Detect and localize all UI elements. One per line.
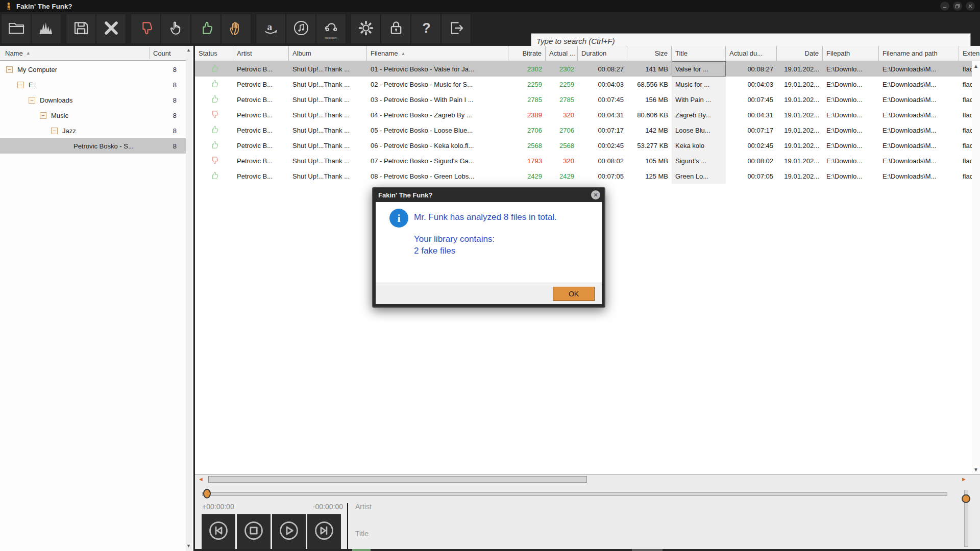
cell-filepath: E:\Downlo... xyxy=(823,92,879,107)
scrollbar-thumb[interactable] xyxy=(208,476,587,483)
table-row[interactable]: Petrovic B...Shut Up!...Thank ...02 - Pe… xyxy=(195,77,980,92)
table-row[interactable]: Petrovic B...Shut Up!...Thank ...06 - Pe… xyxy=(195,138,980,153)
toolbar-group: ? xyxy=(351,14,471,44)
cell-actual_duration: 00:07:45 xyxy=(726,92,777,107)
tree-item-petrovic-bosko-s[interactable]: Petrovic Bosko - S...8 xyxy=(0,138,187,154)
collapse-icon[interactable]: − xyxy=(17,82,24,88)
column-header-actual_duration[interactable]: Actual du... xyxy=(726,46,777,61)
collapse-icon[interactable]: − xyxy=(29,97,35,104)
column-header-filepath[interactable]: Filepath xyxy=(823,46,879,61)
window-title: Fakin' The Funk? xyxy=(16,3,72,10)
scroll-up-icon[interactable]: ▲ xyxy=(186,47,191,53)
cell-filename_and_path: E:\Downloads\M... xyxy=(879,168,959,184)
table-row[interactable]: Petrovic B...Shut Up!...Thank ...07 - Pe… xyxy=(195,153,980,168)
save-button[interactable] xyxy=(66,14,95,43)
table-row[interactable]: Petrovic B...Shut Up!...Thank ...05 - Pe… xyxy=(195,122,980,138)
seek-slider[interactable] xyxy=(202,492,947,496)
cell-filename: 03 - Petrovic Bosko - With Pain I ... xyxy=(367,92,508,107)
cell-filename: 04 - Petrovic Bosko - Zagreb By ... xyxy=(367,107,508,122)
thumbs-up-button[interactable] xyxy=(191,14,220,43)
beatport-button[interactable]: beatport xyxy=(316,14,346,43)
thumbs-up-icon xyxy=(198,19,215,39)
table-horizontal-scrollbar[interactable]: ◄ ► xyxy=(195,474,980,484)
cell-actual_duration: 00:02:45 xyxy=(726,138,777,153)
volume-slider-handle[interactable] xyxy=(962,494,970,503)
column-header-bitrate[interactable]: Bitrate xyxy=(508,46,546,61)
exit-button[interactable] xyxy=(442,14,471,43)
remaining-time: -00:00:00 xyxy=(287,503,343,511)
close-icon[interactable] xyxy=(966,2,975,11)
column-header-size[interactable]: Size xyxy=(627,46,672,61)
cell-actual_bitrate: 320 xyxy=(546,107,578,122)
spectrum-button[interactable] xyxy=(32,14,61,43)
tree-item-e[interactable]: −E:8 xyxy=(0,77,187,92)
table-row[interactable]: Petrovic B...Shut Up!...Thank ...01 - Pe… xyxy=(195,61,980,77)
column-header-duration[interactable]: Duration xyxy=(578,46,627,61)
skip-forward-button[interactable] xyxy=(307,514,341,549)
column-header-extension[interactable]: Extension xyxy=(959,46,980,61)
tree-item-jazz[interactable]: −Jazz8 xyxy=(0,123,187,138)
help-button[interactable]: ? xyxy=(411,14,440,43)
column-header-label: Extension xyxy=(963,49,980,57)
open-folder-button[interactable] xyxy=(2,14,31,43)
table-vertical-scrollbar[interactable]: ▲ ▼ xyxy=(972,61,980,474)
analysis-result-dialog: Fakin' The Funk? ✕ i Mr. Funk has analyz… xyxy=(372,187,605,308)
pointing-finger-icon xyxy=(167,19,185,39)
column-header-filename[interactable]: Filename▲ xyxy=(367,46,508,61)
table-row[interactable]: Petrovic B...Shut Up!...Thank ...08 - Pe… xyxy=(195,168,980,184)
tree-header-name[interactable]: Name xyxy=(5,49,23,57)
tree-item-count: 8 xyxy=(173,112,177,119)
cell-date: 19.01.202... xyxy=(777,168,823,184)
column-header-album[interactable]: Album xyxy=(289,46,367,61)
cell-artist: Petrovic B... xyxy=(233,153,289,168)
cell-status xyxy=(195,77,233,92)
table-row[interactable]: Petrovic B...Shut Up!...Thank ...03 - Pe… xyxy=(195,92,980,107)
play-button[interactable] xyxy=(272,514,306,549)
minimize-icon[interactable] xyxy=(940,2,949,11)
itunes-button[interactable] xyxy=(286,14,315,43)
column-header-title[interactable]: Title xyxy=(672,46,726,61)
dialog-close-icon[interactable]: ✕ xyxy=(591,190,600,199)
scroll-down-icon[interactable]: ▼ xyxy=(973,467,978,472)
cell-album: Shut Up!...Thank ... xyxy=(289,92,367,107)
taskbar-edge-segment xyxy=(632,549,663,551)
scroll-left-icon[interactable]: ◄ xyxy=(198,476,204,482)
column-header-label: Actual ... xyxy=(549,49,575,57)
player-buttons xyxy=(202,514,341,549)
seek-slider-handle[interactable] xyxy=(203,489,211,498)
scroll-up-icon[interactable]: ▲ xyxy=(973,63,978,69)
collapse-icon[interactable]: − xyxy=(40,112,46,119)
titlebar: Fakin' The Funk? xyxy=(0,0,980,12)
column-header-status[interactable]: Status xyxy=(195,46,233,61)
stop-button[interactable] xyxy=(237,514,271,549)
remove-button[interactable] xyxy=(96,14,126,43)
column-header-filename_and_path[interactable]: Filename and path xyxy=(879,46,959,61)
stop-hand-button[interactable] xyxy=(222,14,251,43)
scroll-down-icon[interactable]: ▼ xyxy=(186,543,191,548)
skip-back-button[interactable] xyxy=(202,514,235,549)
table-row[interactable]: Petrovic B...Shut Up!...Thank ...04 - Pe… xyxy=(195,107,980,122)
ok-button[interactable]: OK xyxy=(553,287,595,301)
scroll-right-icon[interactable]: ► xyxy=(961,476,967,482)
amazon-button[interactable]: a xyxy=(256,14,285,43)
settings-gear-button[interactable] xyxy=(351,14,380,43)
tree-header-count[interactable]: Count xyxy=(153,49,171,57)
thumbs-down-button[interactable] xyxy=(131,14,160,43)
tree-item-my-computer[interactable]: −My Computer8 xyxy=(0,62,187,77)
tree-item-music[interactable]: −Music8 xyxy=(0,108,187,123)
restore-icon[interactable] xyxy=(953,2,962,11)
tree-item-count: 8 xyxy=(173,81,177,89)
tree-scrollbar[interactable]: ▲ ▼ xyxy=(186,46,192,551)
tree-header[interactable]: Name ▲ Count xyxy=(0,46,187,61)
tree-item-downloads[interactable]: −Downloads8 xyxy=(0,92,187,108)
column-header-actual_bitrate[interactable]: Actual ... xyxy=(546,46,578,61)
dialog-footer: OK xyxy=(376,283,602,304)
pointing-finger-button[interactable] xyxy=(161,14,190,43)
cell-actual_duration: 00:08:02 xyxy=(726,153,777,168)
cell-filepath: E:\Downlo... xyxy=(823,168,879,184)
column-header-artist[interactable]: Artist xyxy=(233,46,289,61)
column-header-date[interactable]: Date xyxy=(777,46,823,61)
collapse-icon[interactable]: − xyxy=(6,66,13,73)
collapse-icon[interactable]: − xyxy=(51,128,58,134)
lock-button[interactable] xyxy=(381,14,410,43)
